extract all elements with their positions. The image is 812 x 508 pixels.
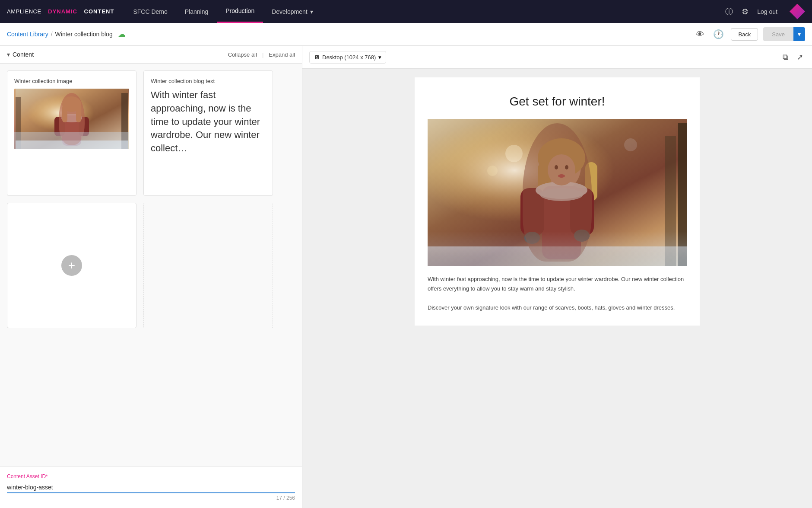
svg-point-19 [542, 143, 581, 190]
preview-content-area: Get set for winter! [302, 69, 812, 508]
section-toggle[interactable]: ▾ Content [7, 51, 34, 58]
svg-point-30 [548, 154, 575, 185]
svg-rect-9 [76, 105, 81, 122]
svg-point-29 [540, 188, 583, 201]
nav-links: SFCC Demo Planning Production Developmen… [124, 0, 725, 23]
help-icon: ⓘ [725, 6, 733, 17]
expand-all-button[interactable]: Expand all [269, 51, 295, 58]
svg-point-20 [538, 138, 585, 177]
back-button[interactable]: Back [731, 28, 758, 41]
empty-card-slot [143, 203, 273, 328]
nav-development[interactable]: Development ▾ [263, 0, 322, 23]
right-preview-panel: 🖥 Desktop (1024 x 768) ▾ ⧉ ➚ Get set for… [302, 46, 812, 508]
svg-rect-12 [16, 141, 128, 149]
svg-rect-24 [520, 188, 544, 236]
cards-area: Winter collection image [0, 64, 302, 466]
breadcrumb: Content Library / Winter collection blog… [7, 29, 691, 39]
svg-rect-14 [428, 119, 687, 266]
external-link-icon: ➚ [797, 52, 803, 62]
svg-rect-18 [665, 136, 676, 266]
copy-preview-button[interactable]: ⧉ [781, 51, 790, 64]
chevron-down-icon: ▾ [7, 51, 10, 58]
left-panel: ▾ Content Collapse all | Expand all Wint… [0, 46, 302, 508]
svg-rect-3 [62, 115, 81, 146]
device-label: Desktop (1024 x 768) [322, 54, 376, 61]
brand-dynamic-text: DYNAMIC [48, 8, 77, 15]
svg-rect-10 [16, 97, 21, 149]
svg-rect-1 [16, 89, 128, 149]
svg-point-6 [61, 114, 82, 122]
svg-point-7 [62, 96, 81, 112]
preview-image-container [428, 119, 687, 266]
svg-point-26 [524, 232, 540, 244]
main-layout: ▾ Content Collapse all | Expand all Wint… [0, 46, 812, 508]
preview-toolbar: 🖥 Desktop (1024 x 768) ▾ ⧉ ➚ [302, 46, 812, 69]
save-dropdown-button[interactable]: ▾ [793, 27, 805, 41]
svg-rect-11 [121, 93, 128, 149]
nav-sfcc-demo[interactable]: SFCC Demo [124, 0, 176, 23]
history-icon: 🕐 [713, 29, 724, 39]
collapse-all-button[interactable]: Collapse all [228, 51, 257, 58]
cards-row-1: Winter collection image [7, 70, 295, 196]
content-toolbar: ▾ Content Collapse all | Expand all [0, 46, 302, 64]
char-count: 17 / 256 [7, 495, 295, 501]
svg-point-33 [558, 174, 565, 178]
winter-image-svg [16, 89, 128, 149]
content-asset-input-area: Content Asset ID* 17 / 256 [0, 466, 302, 508]
cards-row-2: + [7, 203, 295, 328]
section-label: Content [13, 51, 34, 58]
preview-body-line1: With winter fast approaching, now is the… [428, 276, 684, 292]
svg-rect-8 [62, 105, 67, 122]
brand-logo: AMPLIENCE DYNAMIC CONTENT [7, 8, 114, 15]
svg-point-37 [624, 138, 637, 151]
content-asset-id-input[interactable] [7, 482, 295, 493]
svg-rect-23 [542, 186, 581, 259]
winter-text-card: Winter collection blog text With winter … [143, 70, 273, 196]
svg-point-35 [505, 145, 523, 162]
svg-rect-5 [79, 117, 89, 136]
eye-icon: 👁 [696, 29, 704, 39]
svg-rect-25 [570, 188, 594, 236]
card-2-title: Winter collection blog text [151, 78, 266, 84]
preview-card: Get set for winter! [415, 77, 700, 326]
input-label: Content Asset ID* [7, 473, 295, 479]
nav-right-actions: ⓘ ⚙ Log out [725, 4, 805, 19]
save-button: Save [763, 27, 793, 41]
chevron-down-icon: ▾ [310, 8, 313, 15]
device-selector[interactable]: 🖥 Desktop (1024 x 768) ▾ [309, 51, 386, 64]
breadcrumb-separator: / [51, 31, 53, 38]
preview-body-text: With winter fast approaching, now is the… [428, 275, 687, 313]
winter-image-placeholder [14, 89, 129, 149]
brand-content-text: CONTENT [84, 8, 114, 15]
card-2-text: With winter fast approaching, now is the… [151, 89, 266, 155]
settings-button[interactable]: ⚙ [742, 7, 749, 16]
desktop-icon: 🖥 [314, 54, 320, 61]
svg-rect-22 [585, 162, 597, 201]
top-navigation: AMPLIENCE DYNAMIC CONTENT SFCC Demo Plan… [0, 0, 812, 23]
preview-heading: Get set for winter! [428, 95, 687, 109]
open-external-button[interactable]: ➚ [795, 51, 805, 64]
history-button[interactable]: 🕐 [711, 27, 726, 41]
svg-point-32 [565, 165, 568, 169]
brand-accent-logo [790, 4, 805, 19]
copy-icon: ⧉ [783, 53, 788, 62]
add-circle-button[interactable]: + [61, 255, 82, 276]
gear-icon: ⚙ [742, 7, 749, 16]
svg-point-36 [487, 166, 498, 176]
preview-body-line2: Discover your own signature look with ou… [428, 304, 675, 311]
add-content-card[interactable]: + [7, 203, 136, 328]
chevron-down-icon: ▾ [798, 31, 801, 38]
sub-header: Content Library / Winter collection blog… [0, 23, 812, 46]
plus-icon: + [68, 259, 75, 272]
brand-amplience-text: AMPLIENCE [7, 8, 41, 15]
card-1-title: Winter collection image [14, 78, 129, 84]
logout-button[interactable]: Log out [757, 8, 777, 15]
svg-rect-4 [54, 117, 65, 136]
nav-planning[interactable]: Planning [176, 0, 217, 23]
preview-winter-image [428, 119, 687, 266]
nav-production[interactable]: Production [217, 0, 263, 23]
help-button[interactable]: ⓘ [725, 6, 733, 17]
winter-image-card: Winter collection image [7, 70, 136, 196]
breadcrumb-library-link[interactable]: Content Library [7, 31, 48, 38]
preview-eye-button[interactable]: 👁 [694, 28, 706, 41]
